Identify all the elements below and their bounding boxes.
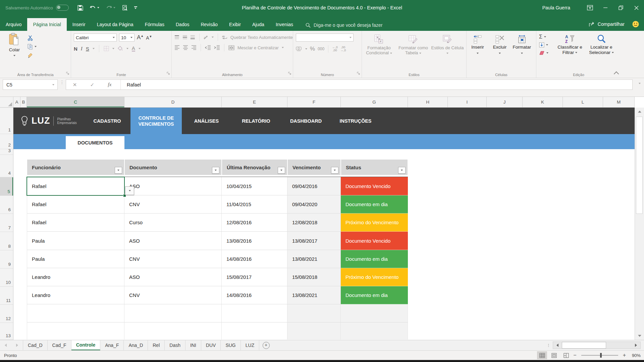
number-format-combo[interactable] xyxy=(296,34,354,42)
cell-ultima-renovacao-row8[interactable]: 13/08/2016 xyxy=(222,232,287,250)
table-header-última-renovação[interactable]: Última Renovação xyxy=(222,160,287,175)
formula-bar-value[interactable]: Rafael xyxy=(123,82,141,87)
cell-funcionario-row11[interactable]: Leandro xyxy=(27,286,124,304)
close-button[interactable] xyxy=(629,0,644,15)
sheet-tab-cad_d[interactable]: Cad_D xyxy=(23,340,48,350)
cell-ultima-renovacao-row6[interactable]: 11/04/2015 xyxy=(222,195,287,214)
nav-tab-controle-de-vencimentos[interactable]: CONTROLE DE VENCIMENTOS xyxy=(130,108,182,134)
cell-funcionario-row9[interactable]: Paula xyxy=(27,250,124,268)
format-painter-button[interactable] xyxy=(28,51,37,60)
font-name-combo[interactable]: Calibri xyxy=(74,34,117,42)
filter-button-funcionário[interactable] xyxy=(115,167,122,174)
percent-style-button[interactable]: % xyxy=(310,46,315,52)
cell-vencimento-row13[interactable] xyxy=(287,322,341,340)
sheet-tab-ana_f[interactable]: Ana_F xyxy=(100,340,124,350)
font-color-caret-icon[interactable] xyxy=(139,48,141,49)
share-button[interactable]: Compartilhar xyxy=(589,20,639,28)
redo-button[interactable] xyxy=(106,5,115,10)
ribbon-tab-fórmulas[interactable]: Fórmulas xyxy=(139,18,170,31)
sheet-tab-sug[interactable]: SUG xyxy=(221,340,240,350)
font-dialog-launcher[interactable] xyxy=(167,70,170,76)
clear-button[interactable] xyxy=(539,49,554,57)
increase-indent-icon[interactable] xyxy=(214,45,220,50)
accounting-format-icon[interactable] xyxy=(296,47,303,51)
redo-caret-icon[interactable] xyxy=(113,7,115,8)
row-header-11[interactable]: 11 xyxy=(0,287,13,305)
tabbar-resize-handle[interactable]: ⁞ xyxy=(548,343,549,348)
column-header-E[interactable]: E xyxy=(222,97,287,107)
column-header-J[interactable]: J xyxy=(487,97,523,107)
insert-function-button[interactable]: fx xyxy=(101,82,118,87)
undo-button[interactable] xyxy=(90,5,99,10)
sheet-tab-controle[interactable]: Controle xyxy=(71,340,101,350)
orientation-caret-icon[interactable] xyxy=(212,37,214,38)
column-header-K[interactable]: K xyxy=(523,97,563,107)
cell-vencimento-row11[interactable]: 13/08/2021 xyxy=(287,286,341,304)
cell-status-row7[interactable]: Próximo do Vencimento xyxy=(341,214,408,232)
cell-vencimento-row8[interactable]: 13/08/2017 xyxy=(287,232,341,250)
shrink-font-button[interactable]: A▼ xyxy=(146,35,152,41)
orientation-icon[interactable]: ab xyxy=(204,35,209,40)
font-size-combo[interactable]: 10 xyxy=(119,34,135,42)
ribbon-tab-exibir[interactable]: Exibir xyxy=(223,18,247,31)
select-all-corner[interactable] xyxy=(0,97,13,107)
format-cells-button[interactable]: Formatar xyxy=(511,34,533,56)
print-preview-icon[interactable] xyxy=(122,5,127,11)
filter-button-vencimento[interactable] xyxy=(331,167,338,174)
table-header-funcionário[interactable]: Funcionário xyxy=(27,160,124,175)
row-header-12[interactable]: 12 xyxy=(0,305,13,323)
comma-style-button[interactable]: 000 xyxy=(318,47,324,51)
row-header-5[interactable]: 5 xyxy=(0,177,13,196)
align-left-icon[interactable] xyxy=(174,45,180,50)
cell-funcionario-row12[interactable] xyxy=(27,304,124,322)
cell-funcionario-row7[interactable]: Rafael xyxy=(27,214,124,232)
cell-documento-row5[interactable]: ASO xyxy=(124,177,222,195)
cell-funcionario-row8[interactable]: Paula xyxy=(27,232,124,250)
clipboard-dialog-launcher[interactable] xyxy=(66,70,69,76)
horizontal-scroll-thumb[interactable] xyxy=(562,342,606,349)
grow-font-button[interactable]: A▲ xyxy=(137,34,144,41)
align-right-icon[interactable] xyxy=(191,45,197,50)
row-header-10[interactable]: 10 xyxy=(0,268,13,287)
cell-funcionario-row6[interactable]: Rafael xyxy=(27,195,124,214)
font-color-button[interactable]: A xyxy=(132,46,135,52)
row-header-3[interactable]: 3 xyxy=(0,149,13,155)
ribbon-tab-layout-da-página[interactable]: Layout da Página xyxy=(91,18,139,31)
row-header-7[interactable]: 7 xyxy=(0,214,13,232)
row-header-4[interactable]: 4 xyxy=(0,155,13,177)
cell-ultima-renovacao-row9[interactable]: 14/08/2016 xyxy=(222,250,287,268)
underline-button[interactable]: S xyxy=(86,46,89,52)
vertical-scrollbar[interactable] xyxy=(635,108,644,340)
tell-me-search[interactable]: Diga-me o que você deseja fazer xyxy=(306,22,382,28)
bold-button[interactable]: N xyxy=(74,46,77,52)
cell-funcionario-row13[interactable] xyxy=(27,322,124,340)
nav-tab-cadastro[interactable]: CADASTRO xyxy=(84,108,130,134)
row-header-9[interactable]: 9 xyxy=(0,250,13,268)
cell-status-row13[interactable] xyxy=(341,322,408,340)
cut-button[interactable] xyxy=(28,34,37,42)
wrap-text-icon[interactable]: ab xyxy=(222,35,227,40)
decrease-decimal-button[interactable]: ,00→,0 xyxy=(340,46,346,52)
restore-button[interactable] xyxy=(613,0,629,15)
cancel-entry-button[interactable]: ✕ xyxy=(66,82,84,88)
cell-status-row9[interactable]: Documento em dia xyxy=(341,250,408,268)
ribbon-display-options-button[interactable] xyxy=(582,0,598,15)
conditional-formatting-button[interactable]: ≠ Formatação Condicional xyxy=(362,34,396,55)
borders-caret-icon[interactable] xyxy=(112,48,114,49)
increase-decimal-button[interactable]: ←,0,00 xyxy=(332,46,338,52)
cell-status-row10[interactable]: Próximo do Vencimento xyxy=(341,268,408,286)
sheet-tab-ana_d[interactable]: Ana_D xyxy=(124,340,148,350)
nav-tab-análises[interactable]: ANÁLISES xyxy=(182,108,231,134)
borders-icon[interactable] xyxy=(104,46,109,51)
merge-center-label[interactable]: Mesclar e Centralizar xyxy=(237,45,279,50)
cell-documento-row13[interactable] xyxy=(124,322,222,340)
align-bottom-icon[interactable] xyxy=(190,35,195,40)
italic-button[interactable]: I xyxy=(81,46,83,52)
sheet-tab-rel[interactable]: Rel xyxy=(148,340,165,350)
ribbon-tab-arquivo[interactable]: Arquivo xyxy=(0,18,27,31)
ribbon-tab-ajuda[interactable]: Ajuda xyxy=(247,18,270,31)
sheet-tab-dash[interactable]: Dash xyxy=(165,340,185,350)
cell-ultima-renovacao-row12[interactable] xyxy=(222,304,287,322)
wrap-text-label[interactable]: Quebrar Texto Automaticamente xyxy=(230,35,293,40)
cell-vencimento-row7[interactable]: 12/08/2018 xyxy=(287,214,341,232)
